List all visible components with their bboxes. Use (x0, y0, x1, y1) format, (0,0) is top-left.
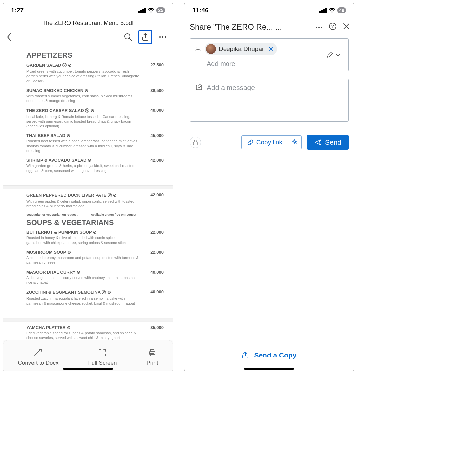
fullscreen-button[interactable]: Full Screen (88, 348, 117, 366)
menu-item-price: 40,000 (146, 270, 164, 285)
help-button[interactable]: ? (329, 22, 337, 32)
recipient-chip[interactable]: Deepika Dhupar ✕ (205, 43, 277, 55)
person-icon (195, 45, 201, 53)
menu-item-desc: With garden greens & herbs, a pickled ja… (26, 163, 140, 173)
battery-badge: 25 (156, 7, 165, 13)
send-button[interactable]: Send (307, 135, 349, 150)
more-button[interactable] (156, 30, 170, 44)
menu-item-price: 27,500 (146, 62, 164, 83)
menu-item-name: THAI BEEF SALAD ⊘ (26, 133, 140, 138)
section-heading: APPETIZERS (26, 51, 164, 60)
share-button[interactable] (138, 30, 152, 44)
home-indicator[interactable] (244, 368, 294, 370)
menu-item: ZUCCHINI & EGGPLANT SEMOLINA ⓥ ⊘Roasted … (26, 289, 164, 306)
document-area[interactable]: APPETIZERS GARDEN SALAD ⓥ ⊘Mixed greens … (3, 47, 173, 340)
add-more-placeholder[interactable]: Add more (207, 60, 313, 68)
menu-item: BUTTERNUT & PUMPKIN SOUP ⊘Roasted in hon… (26, 230, 164, 245)
menu-item-name: GREEN PEPPERED DUCK LIVER PATE ⓥ ⊘ (26, 192, 140, 198)
menu-item-name: SHRIMP & AVOCADO SALAD ⊘ (26, 158, 140, 163)
document-page: GREEN PEPPERED DUCK LIVER PATE ⓥ ⊘With g… (3, 189, 173, 318)
more-button[interactable] (315, 24, 323, 30)
signal-icon (138, 8, 146, 13)
menu-item-desc: Local kale, iceberg & Romain lettuce tos… (26, 114, 140, 128)
status-right: 49 (319, 7, 346, 13)
svg-point-16 (294, 141, 296, 143)
menu-item-name: GARDEN SALAD ⓥ ⊘ (26, 62, 140, 68)
svg-rect-6 (151, 349, 154, 351)
menu-item-price: 22,000 (146, 250, 164, 265)
menu-item-price: 42,000 (146, 158, 164, 173)
phone-right: 11:46 49 Share "The ZERO Re... ... ? (184, 3, 354, 371)
menu-item: GARDEN SALAD ⓥ ⊘Mixed greens with cucumb… (26, 62, 164, 83)
svg-point-10 (321, 27, 322, 28)
close-button[interactable] (343, 23, 350, 31)
svg-point-8 (316, 27, 317, 28)
share-icon (241, 351, 249, 359)
signal-icon (319, 8, 327, 13)
menu-item-price: 38,500 (146, 88, 164, 103)
document-title: The ZERO Restaurant Menu 5.pdf (3, 18, 173, 28)
chevron-down-icon (335, 53, 341, 57)
send-a-copy-button[interactable]: Send a Copy (184, 351, 354, 359)
back-button[interactable] (6, 32, 12, 42)
link-settings-button[interactable] (288, 136, 301, 149)
home-indicator[interactable] (63, 368, 113, 370)
bottom-toolbar: Convert to Docx Full Screen Print (3, 340, 173, 371)
send-icon (314, 139, 322, 146)
menu-item-desc: Mixed greens with cucumber, tomato peppe… (26, 69, 140, 83)
print-button[interactable]: Print (146, 348, 158, 366)
convert-label: Convert to Docx (18, 360, 59, 366)
document-page: APPETIZERS GARDEN SALAD ⓥ ⊘Mixed greens … (3, 47, 173, 185)
search-button[interactable] (121, 30, 135, 44)
viewer-toolbar (3, 28, 173, 47)
menu-item-desc: Roasted in honey & olive oil, blended wi… (26, 235, 140, 245)
menu-item-price: 40,000 (146, 108, 164, 128)
svg-point-13 (197, 46, 199, 48)
menu-item-desc: A rich vegetarian lentil curry served wi… (26, 275, 140, 285)
status-time: 11:46 (192, 7, 209, 14)
menu-item: THAI BEEF SALAD ⊘Roasted beef tossed wit… (26, 133, 164, 153)
menu-item: SHRIMP & AVOCADO SALAD ⊘With garden gree… (26, 158, 164, 173)
menu-item-desc: Roasted beef tossed with ginger, lemongr… (26, 139, 140, 153)
message-placeholder: Add a message (207, 84, 255, 92)
status-bar: 1:27 25 (3, 3, 173, 18)
menu-item: MASOOR DHAL CURRY ⊘A rich vegetarian len… (26, 270, 164, 285)
menu-item-name: BUTTERNUT & PUMPKIN SOUP ⊘ (26, 230, 140, 235)
menu-item-price: 22,000 (146, 230, 164, 245)
phone-left: 1:27 25 The ZERO Restaurant Menu 5.pdf A… (3, 3, 173, 371)
print-label: Print (146, 360, 158, 366)
status-right: 25 (138, 7, 165, 13)
permission-dropdown[interactable] (318, 39, 348, 71)
status-time: 1:27 (11, 7, 24, 14)
svg-point-2 (159, 36, 161, 38)
svg-point-3 (162, 36, 163, 38)
svg-point-4 (165, 36, 166, 38)
menu-item-price: 42,000 (146, 192, 164, 209)
svg-text:?: ? (331, 24, 334, 29)
menu-item-name: THE ZERO CAESAR SALAD ⓥ ⊘ (26, 108, 140, 114)
lock-icon[interactable] (190, 137, 201, 148)
menu-item-name: SUMAC SMOKED CHICKEN ⊘ (26, 88, 140, 93)
edit-icon (326, 51, 333, 59)
menu-item-price: 40,000 (146, 289, 164, 306)
section-heading: SOUPS & VEGETARIANS (26, 218, 164, 227)
meta-vegetarian: Vegetarian or Vegetarian on request (26, 213, 78, 216)
menu-item-name: MUSHROOM SOUP ⊘ (26, 250, 140, 255)
convert-to-docx-button[interactable]: Convert to Docx (18, 348, 59, 366)
action-row: Copy link Send (190, 135, 349, 150)
gear-icon (291, 138, 298, 145)
menu-item: MUSHROOM SOUP ⊘A blended creamy mushroom… (26, 250, 164, 265)
menu-item-desc: With roasted summer vegetables, corn sal… (26, 94, 140, 103)
link-icon (247, 139, 254, 146)
send-copy-label: Send a Copy (254, 351, 296, 359)
recipient-input-area[interactable]: Deepika Dhupar ✕ Add more (190, 39, 318, 71)
message-input[interactable]: Add a message (190, 79, 349, 122)
svg-point-9 (318, 27, 320, 28)
menu-item-desc: Fried vegetable spring rolls, peas & pot… (26, 331, 140, 340)
remove-recipient-button[interactable]: ✕ (268, 45, 274, 53)
send-label: Send (325, 138, 341, 146)
wifi-icon (148, 8, 154, 13)
copy-link-button[interactable]: Copy link (241, 135, 302, 149)
menu-item: YAMCHA PLATTER ⊘Fried vegetable spring r… (26, 325, 164, 340)
menu-item: THE ZERO CAESAR SALAD ⓥ ⊘Local kale, ice… (26, 108, 164, 128)
